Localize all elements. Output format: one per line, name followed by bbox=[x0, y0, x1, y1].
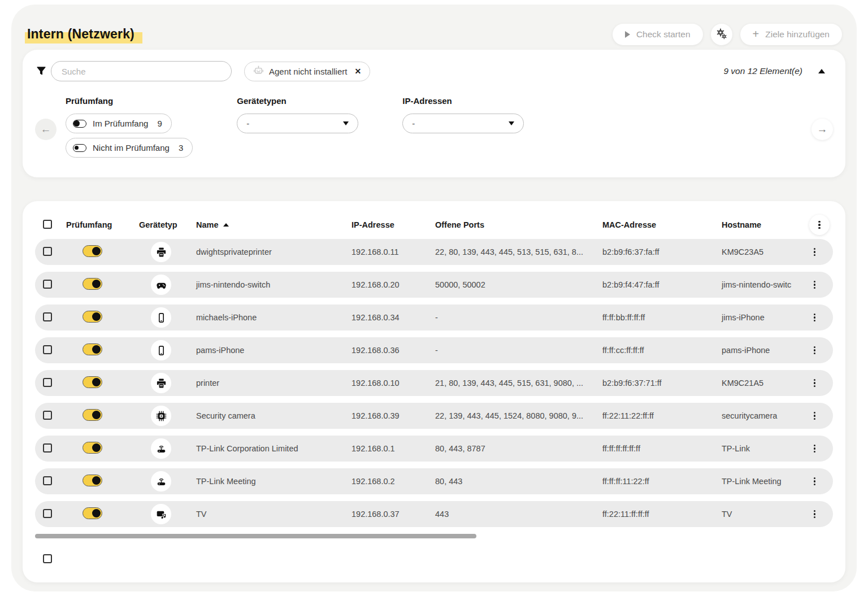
table-options-button[interactable] bbox=[809, 215, 830, 235]
page-title: Intern (Netzwerk) bbox=[25, 25, 142, 44]
row-menu-button[interactable] bbox=[811, 311, 818, 324]
gears-icon bbox=[715, 27, 728, 42]
table-row: Security camera 192.168.0.39 22, 139, 44… bbox=[35, 403, 833, 429]
filter-chip-agent-not-installed[interactable]: Agent nicht installiert ✕ bbox=[244, 62, 370, 81]
printer-icon bbox=[151, 242, 171, 262]
scope-toggle[interactable] bbox=[83, 343, 102, 355]
table-row: pams-iPhone 192.168.0.36 - ff:ff:cc:ff:f… bbox=[35, 337, 833, 363]
add-targets-button[interactable]: + Ziele hinzufügen bbox=[740, 24, 842, 45]
table-row: TP-Link Corporation Limited 192.168.0.1 … bbox=[35, 436, 833, 462]
device-ports: - bbox=[428, 346, 594, 355]
device-name: michaels-iPhone bbox=[183, 313, 349, 322]
column-header-mac-adresse[interactable]: MAC-Adresse bbox=[594, 220, 713, 229]
filter-panel: Agent nicht installiert ✕ 9 von 12 Eleme… bbox=[23, 50, 845, 177]
device-hostname: securitycamera bbox=[713, 411, 804, 420]
scope-toggle[interactable] bbox=[83, 376, 102, 388]
device-name: pams-iPhone bbox=[183, 346, 349, 355]
horizontal-scrollbar[interactable] bbox=[35, 534, 476, 538]
scope-toggle[interactable] bbox=[83, 507, 102, 519]
device-mac: ff:22:11:22:ff:ff bbox=[594, 411, 713, 420]
row-checkbox[interactable] bbox=[43, 476, 52, 485]
page-container: Intern (Netzwerk) Check starten bbox=[11, 5, 857, 591]
column-header-offene-ports[interactable]: Offene Ports bbox=[428, 220, 594, 229]
device-hostname: KM9C23A5 bbox=[713, 247, 804, 256]
filter-funnel-icon bbox=[36, 66, 51, 76]
row-checkbox[interactable] bbox=[43, 411, 52, 420]
filter-group-geraetetypen: Gerätetypen - bbox=[237, 96, 358, 162]
scope-toggle[interactable] bbox=[83, 311, 102, 323]
row-menu-button[interactable] bbox=[811, 279, 818, 292]
ip-addresses-dropdown[interactable]: - bbox=[402, 114, 524, 133]
topbar-actions: Check starten bbox=[613, 24, 842, 45]
scope-toggle[interactable] bbox=[83, 475, 102, 486]
row-menu-button[interactable] bbox=[811, 442, 818, 455]
device-ports: - bbox=[428, 313, 594, 322]
collapse-filter-icon[interactable] bbox=[818, 69, 825, 73]
filter-in-scope-toggle[interactable]: Im Prüfumfang 9 bbox=[66, 114, 172, 133]
row-checkbox[interactable] bbox=[43, 378, 52, 387]
column-header-ip-adresse[interactable]: IP-Adresse bbox=[349, 220, 428, 229]
row-menu-button[interactable] bbox=[811, 344, 818, 357]
row-menu-button[interactable] bbox=[811, 377, 818, 390]
device-ip: 192.168.0.10 bbox=[349, 379, 428, 388]
scope-toggle[interactable] bbox=[83, 278, 102, 290]
scope-toggle[interactable] bbox=[83, 409, 102, 421]
row-menu-button[interactable] bbox=[811, 508, 818, 521]
chevron-down-icon bbox=[509, 121, 514, 125]
device-mac: ff:ff:cc:ff:ff:ff bbox=[594, 346, 713, 355]
search-input[interactable] bbox=[51, 61, 232, 81]
select-all-footer-checkbox[interactable] bbox=[43, 554, 52, 563]
table-row: printer 192.168.0.10 21, 80, 139, 443, 4… bbox=[35, 370, 833, 396]
column-header-name[interactable]: Name bbox=[183, 220, 349, 229]
device-ip: 192.168.0.1 bbox=[349, 444, 428, 453]
device-ports: 443 bbox=[428, 510, 594, 519]
table-row: TV 192.168.0.37 443 ff:22:11:ff:ff:ff TV bbox=[35, 501, 833, 527]
printer-icon bbox=[151, 373, 171, 393]
play-icon bbox=[625, 31, 630, 38]
scroll-filters-right-button[interactable]: → bbox=[811, 119, 833, 140]
kebab-icon bbox=[816, 219, 822, 232]
device-hostname: TV bbox=[713, 510, 804, 519]
not-in-scope-label: Nicht im Prüfumfang bbox=[93, 143, 170, 153]
row-menu-button[interactable] bbox=[811, 475, 818, 488]
add-targets-label: Ziele hinzufügen bbox=[765, 29, 830, 40]
row-menu-button[interactable] bbox=[811, 246, 818, 259]
settings-button[interactable] bbox=[711, 24, 732, 45]
device-types-dropdown[interactable]: - bbox=[237, 114, 358, 133]
row-checkbox[interactable] bbox=[43, 280, 52, 289]
table-rows: dwightsprivateprinter 192.168.0.11 22, 8… bbox=[35, 239, 833, 527]
targets-table: Prüfumfang Gerätetyp Name IP-Adresse Off… bbox=[23, 201, 845, 582]
column-header-hostname[interactable]: Hostname bbox=[713, 220, 804, 229]
router-icon bbox=[151, 438, 171, 459]
column-header-pruefumfang[interactable]: Prüfumfang bbox=[66, 220, 131, 229]
chip-icon bbox=[151, 406, 171, 426]
column-header-geraetetyp[interactable]: Gerätetyp bbox=[131, 220, 183, 229]
row-checkbox[interactable] bbox=[43, 312, 52, 321]
filter-groups: ← Prüfumfang Im Prüfumfang 9 Nicht im Pr… bbox=[36, 96, 832, 162]
filter-not-in-scope-toggle[interactable]: Nicht im Prüfumfang 3 bbox=[66, 138, 193, 158]
row-checkbox[interactable] bbox=[43, 345, 52, 354]
smartphone-icon bbox=[151, 307, 171, 328]
smartphone-icon bbox=[151, 340, 171, 360]
check-start-button[interactable]: Check starten bbox=[613, 24, 703, 45]
device-ip: 192.168.0.2 bbox=[349, 477, 428, 486]
device-ports: 80, 443, 8787 bbox=[428, 444, 594, 453]
close-icon[interactable]: ✕ bbox=[354, 67, 361, 76]
scroll-filters-left-button[interactable]: ← bbox=[35, 119, 57, 140]
filter-group-label: Gerätetypen bbox=[237, 96, 358, 106]
plus-icon: + bbox=[753, 28, 760, 40]
chevron-down-icon bbox=[343, 121, 349, 125]
scope-toggle[interactable] bbox=[83, 442, 102, 454]
row-checkbox[interactable] bbox=[43, 247, 52, 256]
select-all-checkbox[interactable] bbox=[43, 220, 52, 229]
row-checkbox[interactable] bbox=[43, 509, 52, 518]
row-checkbox[interactable] bbox=[43, 443, 52, 453]
ip-addresses-value: - bbox=[412, 119, 415, 128]
scope-toggle[interactable] bbox=[83, 245, 102, 257]
device-mac: ff:22:11:ff:ff:ff bbox=[594, 510, 713, 519]
in-scope-label: Im Prüfumfang bbox=[93, 119, 148, 128]
row-menu-button[interactable] bbox=[811, 410, 818, 423]
game-controller-icon bbox=[151, 275, 171, 295]
media-icon bbox=[151, 504, 171, 524]
filter-row: Agent nicht installiert ✕ 9 von 12 Eleme… bbox=[36, 60, 832, 82]
